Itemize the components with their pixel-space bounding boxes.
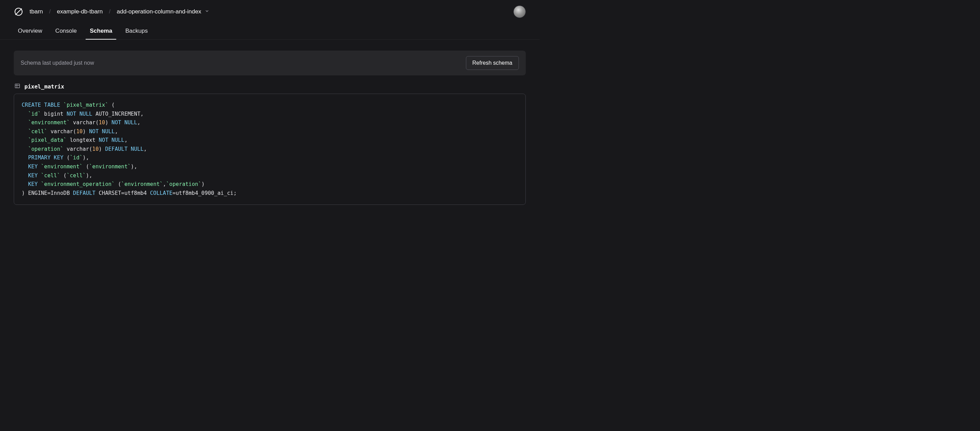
sql-token: ,: [86, 155, 89, 161]
sql-ident: `operation`: [28, 146, 64, 152]
sql-token: (: [108, 102, 115, 108]
status-text: Schema last updated just now: [21, 60, 94, 66]
sql-ident: `cell`: [41, 172, 60, 179]
sql-token: ,: [140, 111, 143, 117]
sql-token: longtext: [67, 137, 99, 143]
sql-token: ,: [115, 128, 118, 135]
content: Schema last updated just now Refresh sch…: [0, 40, 539, 216]
sql-token: ,: [137, 120, 140, 126]
sql-token: varchar(: [70, 120, 99, 126]
breadcrumb-sep: /: [49, 8, 51, 15]
sql-token: ,: [89, 172, 92, 179]
sql-token: =utf8mb4_0900_ai_ci;: [173, 190, 237, 196]
breadcrumb-db[interactable]: example-db-tbarn: [57, 8, 102, 15]
sql-code: CREATE TABLE `pixel_matrix` ( `id` bigin…: [14, 94, 526, 205]
sql-kw: KEY: [28, 172, 38, 179]
sql-kw: NOT NULL: [89, 128, 115, 135]
sql-ident: `id`: [70, 155, 83, 161]
sql-ident: `environment_operation`: [41, 181, 115, 187]
sql-ident: `id`: [28, 111, 41, 117]
sql-kw: NOT NULL: [67, 111, 92, 117]
sql-token: ,: [124, 137, 127, 143]
chevron-down-icon: [205, 8, 209, 15]
breadcrumb-branch-label: add-operation-column-and-index: [116, 8, 201, 15]
svg-rect-1: [15, 84, 20, 88]
sql-ident: `environment`: [41, 163, 83, 170]
tabs: Overview Console Schema Backups: [0, 23, 539, 40]
breadcrumb-branch[interactable]: add-operation-column-and-index: [116, 8, 209, 15]
sql-token: ) ENGINE=InnoDB: [22, 190, 73, 196]
sql-ident: `cell`: [67, 172, 86, 179]
sql-ident: `pixel_matrix`: [63, 102, 108, 108]
sql-kw: KEY: [28, 181, 38, 187]
sql-token: ,: [134, 163, 137, 170]
table-name: pixel_matrix: [24, 83, 64, 90]
sql-token: ): [105, 120, 112, 126]
sql-kw: NOT NULL: [111, 120, 137, 126]
sql-num: 10: [99, 120, 105, 126]
sql-ident: `environment`: [89, 163, 130, 170]
sql-ident: `environment`: [28, 120, 70, 126]
header-left: tbarn / example-db-tbarn / add-operation…: [14, 7, 209, 16]
sql-kw: COLLATE: [150, 190, 172, 196]
tab-console[interactable]: Console: [54, 23, 78, 39]
sql-kw: NOT NULL: [99, 137, 124, 143]
sql-token: varchar(: [63, 146, 92, 152]
logo-icon[interactable]: [14, 7, 23, 16]
sql-ident: `environment`: [121, 181, 163, 187]
tab-schema[interactable]: Schema: [88, 23, 113, 39]
breadcrumb: tbarn / example-db-tbarn / add-operation…: [30, 8, 209, 15]
refresh-schema-button[interactable]: Refresh schema: [466, 56, 519, 70]
sql-kw: KEY: [28, 163, 38, 170]
sql-ident: `operation`: [166, 181, 202, 187]
breadcrumb-sep: /: [109, 8, 111, 15]
avatar[interactable]: [513, 5, 526, 18]
sql-token: varchar(: [48, 128, 76, 135]
sql-kw: TABLE: [44, 102, 60, 108]
tab-backups[interactable]: Backups: [124, 23, 149, 39]
sql-token: AUTO_INCREMENT: [92, 111, 140, 117]
table-header: pixel_matrix: [14, 83, 526, 90]
sql-num: 10: [92, 146, 99, 152]
sql-kw: NULL: [130, 146, 143, 152]
sql-token: ): [99, 146, 105, 152]
status-bar: Schema last updated just now Refresh sch…: [14, 51, 526, 75]
sql-kw: DEFAULT: [105, 146, 127, 152]
sql-token: bigint: [41, 111, 67, 117]
sql-kw: DEFAULT: [73, 190, 95, 196]
tab-overview[interactable]: Overview: [16, 23, 44, 39]
sql-kw: CREATE: [22, 102, 41, 108]
sql-token: ): [83, 128, 89, 135]
sql-token: ,: [144, 146, 147, 152]
sql-ident: `cell`: [28, 128, 48, 135]
header: tbarn / example-db-tbarn / add-operation…: [0, 0, 539, 23]
sql-kw: PRIMARY KEY: [28, 155, 64, 161]
table-icon: [14, 83, 20, 90]
sql-num: 10: [76, 128, 83, 135]
sql-ident: `pixel_data`: [28, 137, 67, 143]
sql-token: CHARSET=utf8mb4: [95, 190, 150, 196]
breadcrumb-org[interactable]: tbarn: [30, 8, 43, 15]
